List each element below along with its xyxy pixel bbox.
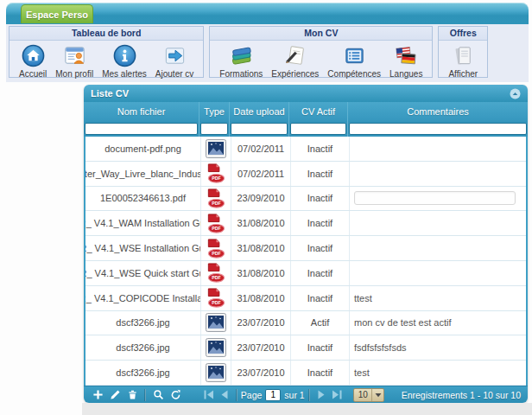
grid-filter-row: [84, 121, 528, 137]
svg-text:PDF: PDF: [212, 300, 221, 305]
table-row[interactable]: dscf3266.jpg23/07/2010Inactiftest: [86, 361, 526, 386]
table-row[interactable]: FR_ V4.1_WSE Installation GuidPDF31/08/2…: [86, 236, 526, 261]
filter-commentaires-input[interactable]: [349, 123, 527, 135]
toolbar-item-langues[interactable]: Langues: [385, 42, 427, 79]
page-size-value: 10: [358, 390, 368, 399]
table-row[interactable]: document-pdf.png07/02/2011Inactif: [86, 137, 526, 162]
search-button[interactable]: [149, 388, 167, 402]
cell-date-upload: 31/08/2010: [231, 261, 291, 285]
filter-nom-fichier-input[interactable]: [85, 123, 198, 135]
toolbar-item-label: Ajouter cv: [155, 69, 193, 79]
image-type-icon: [206, 313, 226, 332]
filter-date-upload-input[interactable]: [231, 123, 288, 135]
cell-commentaires: ttest: [350, 286, 526, 310]
table-row[interactable]: 1E00052346613.pdfPDF23/09/2010Inactif: [86, 187, 526, 212]
prev-page-button[interactable]: [217, 389, 232, 401]
records-status: Enregistrements 1 - 10 sur 10: [402, 390, 522, 400]
toolbar-item-competences[interactable]: Compétences: [323, 42, 385, 79]
toolbar-item-accueil[interactable]: Accueil: [15, 42, 51, 79]
cell-nom-fichier: 1E00052346613.pdf: [86, 187, 201, 211]
cell-commentaires: [350, 211, 526, 235]
toolbar-item-experiences[interactable]: Expériences: [267, 42, 323, 79]
last-page-button[interactable]: [329, 389, 345, 401]
table-row[interactable]: Alter_Way_Livre_blanc_IndustriPDF07/02/2…: [86, 162, 526, 187]
cell-nom-fichier: dscf3266.jpg: [86, 335, 201, 360]
pdf-type-icon: PDF: [206, 262, 226, 284]
svg-text:PDF: PDF: [212, 276, 221, 281]
list-icon: [342, 42, 367, 68]
cell-cv-actif: Inactif: [291, 361, 350, 385]
toolbar-item-afficher[interactable]: Afficher: [444, 42, 482, 79]
cell-nom-fichier: FR_ V4.1_COPICODE Installatio: [86, 286, 201, 310]
file-name: FR_ V4.1_COPICODE Installatio: [86, 293, 201, 303]
column-header-date-upload[interactable]: Date upload: [230, 102, 289, 121]
toolbar-section-title: Mon CV: [210, 27, 432, 41]
add-cv-icon: [162, 42, 187, 68]
cell-nom-fichier: dscf3266.jpg: [86, 311, 201, 335]
add-button[interactable]: [89, 388, 106, 402]
cell-commentaires: [350, 137, 526, 161]
toolbar-item-label: Mon profil: [55, 69, 93, 79]
table-row[interactable]: dscf3266.jpg23/07/2010Inactiffsdfsfsfsfs…: [86, 335, 526, 361]
cell-type: PDF: [201, 187, 231, 211]
pdf-type-icon: PDF: [206, 238, 226, 259]
chevron-up-icon[interactable]: [510, 88, 521, 99]
filter-type-input[interactable]: [200, 123, 228, 135]
next-page-button[interactable]: [314, 389, 329, 401]
toolbar-item-label: Afficher: [448, 69, 478, 79]
cell-cv-actif: Inactif: [291, 162, 350, 186]
cell-cv-actif: Inactif: [291, 261, 350, 285]
footer-strip: [82, 403, 532, 415]
top-header-bar: Espace Perso: [6, 3, 529, 24]
refresh-button[interactable]: [167, 388, 184, 402]
inline-comment-box[interactable]: [354, 191, 516, 205]
column-header-type[interactable]: Type: [200, 102, 230, 121]
column-header-cv-actif[interactable]: CV Actif: [289, 102, 348, 121]
file-name: dscf3266.jpg: [116, 367, 169, 378]
toolbar-item-label: Mes alertes: [102, 69, 147, 79]
cell-nom-fichier: Alter_Way_Livre_blanc_Industri: [86, 162, 201, 186]
toolbar-item-label: Expériences: [271, 69, 319, 79]
image-type-icon: [206, 363, 226, 382]
cell-type: [201, 335, 231, 360]
first-page-button[interactable]: [201, 389, 217, 401]
table-row[interactable]: FR_ V4.1_COPICODE InstallatioPDF31/08/20…: [86, 286, 526, 311]
cell-commentaires: [350, 236, 526, 260]
column-header-nom-fichier[interactable]: Nom fichier: [84, 102, 200, 121]
toolbar-item-formations[interactable]: Formations: [215, 42, 267, 79]
page-number-input[interactable]: [265, 389, 281, 401]
cell-commentaires: fsdfsfsfsfsds: [350, 335, 526, 360]
column-header-commentaires[interactable]: Commentaires: [348, 102, 528, 121]
edit-button[interactable]: [106, 388, 124, 402]
panel-titlebar: Liste CV: [84, 85, 528, 102]
toolbar-item-mes-alertes[interactable]: Mes alertes: [98, 42, 151, 79]
cell-type: [201, 311, 231, 335]
table-row[interactable]: FR_ V4.1_WAM Installation GuidPDF31/08/2…: [86, 211, 526, 236]
page-label: Page: [241, 390, 263, 400]
cell-type: PDF: [201, 211, 231, 235]
alerts-icon: [112, 42, 137, 68]
cell-nom-fichier: FR_ V4.1_WSE Installation Guid: [86, 236, 201, 260]
cell-date-upload: 31/08/2010: [231, 236, 291, 260]
tab-espace-perso[interactable]: Espace Perso: [21, 4, 93, 23]
table-row[interactable]: dscf3266.jpg23/07/2010Actifmon cv de tes…: [86, 311, 526, 336]
file-name: FR_ V4.1_WAM Installation Guid: [86, 218, 201, 228]
profile-icon: [62, 42, 87, 68]
cell-type: [201, 137, 231, 161]
cell-nom-fichier: document-pdf.png: [86, 137, 201, 161]
cell-date-upload: 23/07/2010: [231, 361, 291, 385]
cell-type: PDF: [201, 236, 231, 260]
file-name: FR_ V4.1_WSE Quick start Guid: [86, 268, 201, 278]
file-name: Alter_Way_Livre_blanc_Industri: [86, 169, 201, 179]
delete-button[interactable]: [124, 388, 141, 402]
cell-type: PDF: [201, 162, 231, 186]
cell-cv-actif: Inactif: [291, 211, 350, 235]
page-size-select[interactable]: 10: [353, 388, 384, 402]
toolbar-item-ajouter-cv[interactable]: Ajouter cv: [151, 42, 198, 79]
comment-text: test: [354, 367, 370, 378]
table-row[interactable]: FR_ V4.1_WSE Quick start GuidPDF31/08/20…: [86, 261, 526, 286]
toolbar-item-mon-profil[interactable]: Mon profil: [51, 42, 98, 79]
cell-commentaires: mon cv de test est actif: [350, 311, 526, 335]
filter-cv-actif-input[interactable]: [290, 123, 346, 135]
grid-header-row: Nom fichierTypeDate uploadCV ActifCommen…: [84, 102, 528, 121]
